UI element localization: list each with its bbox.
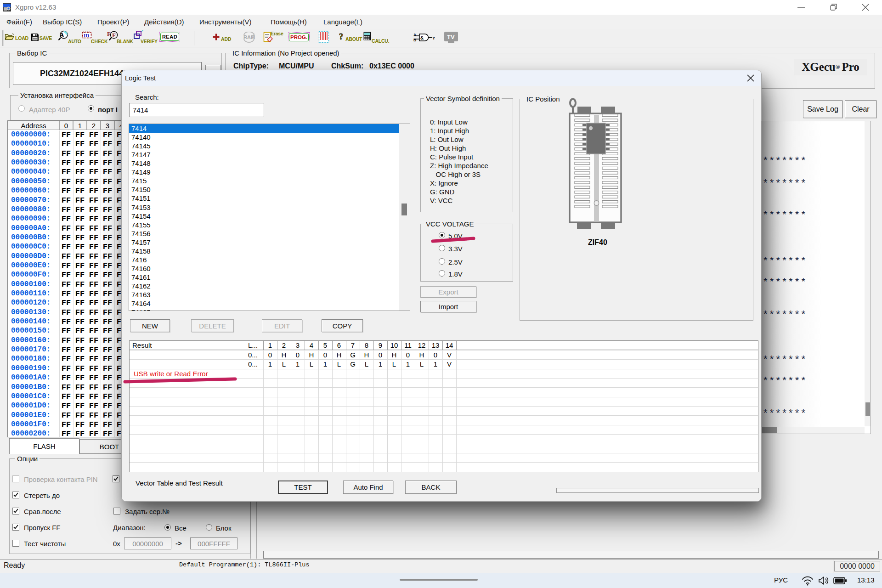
svg-text:B: B bbox=[413, 38, 416, 42]
svg-text:RAM: RAM bbox=[243, 34, 255, 40]
svg-text:F: F bbox=[112, 32, 116, 39]
svg-text:&: & bbox=[420, 35, 424, 40]
svg-text:TV: TV bbox=[447, 34, 455, 40]
svg-text:F: F bbox=[107, 30, 111, 37]
svg-text:ID: ID bbox=[84, 33, 89, 38]
svg-text:Y: Y bbox=[432, 35, 435, 40]
svg-text:?: ? bbox=[339, 32, 343, 41]
svg-text:A: A bbox=[413, 33, 416, 37]
